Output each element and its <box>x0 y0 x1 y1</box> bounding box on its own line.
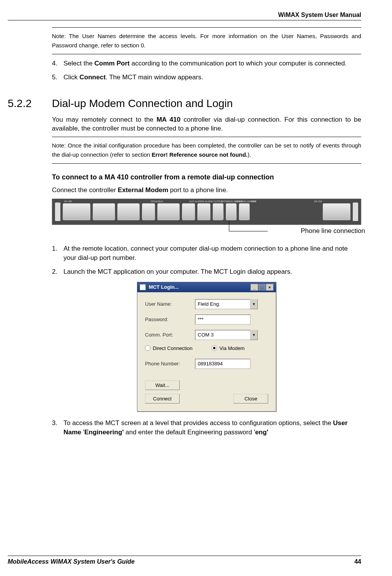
port-conn-3 <box>157 203 180 220</box>
dialog-title: MCT Login... <box>149 284 179 290</box>
remote-step-2-text: Launch the MCT application on your compu… <box>63 267 361 276</box>
step-5: 5. Click Connect. The MCT main window ap… <box>52 73 361 82</box>
remote-step-3-num: 3. <box>52 419 63 437</box>
remote-step-3: 3. To access the MCT screen at a level t… <box>52 419 361 437</box>
user-name-row: User Name: Field Eng. ▼ <box>145 299 268 309</box>
remote-step-1-num: 1. <box>52 244 63 263</box>
minimize-button[interactable]: _ <box>250 284 258 291</box>
section-heading: 5.2.2 Dial-up Modem Connection and Login <box>8 97 361 110</box>
remote-step-3-text: To access the MCT screen at a level that… <box>63 419 361 437</box>
step-5-num: 5. <box>52 73 63 82</box>
section-title: Dial-up Modem Connection and Login <box>52 97 233 110</box>
note-2-post: ). <box>248 151 251 158</box>
page-number: 44 <box>354 558 361 565</box>
radio-modem-label: Via Modem <box>219 345 245 351</box>
remote-step-1-text: At the remote location, connect your com… <box>63 244 361 263</box>
port-alarm <box>197 203 210 220</box>
connection-radio-row: Direct Connection Via Modem <box>145 345 268 351</box>
wait-row: Wait... <box>145 380 268 390</box>
chevron-down-icon[interactable]: ▼ <box>250 330 258 340</box>
password-field[interactable]: *** <box>195 315 250 325</box>
device-panel: RS 485 FROM BUS AUX ALARMS ALARM OUTPUT … <box>52 199 361 225</box>
connect-line-bold: External Modem <box>118 186 168 194</box>
note-2-bold: Error! Reference source not found. <box>152 151 247 158</box>
footer-left: MobileAccess WiMAX System User's Guide <box>8 558 135 565</box>
password-label: Password: <box>145 316 195 322</box>
remote-step-2: 2. Launch the MCT application on your co… <box>52 267 361 276</box>
port-label-rs232: RS 232 <box>314 200 322 203</box>
port-from-bus <box>142 203 155 220</box>
comm-port-row: Comm. Port: COM 3 ▼ <box>145 330 268 340</box>
password-row: Password: *** <box>145 315 268 325</box>
step-4-post: according to the communication port to w… <box>130 60 347 67</box>
dialog-body: User Name: Field Eng. ▼ Password: *** Co… <box>137 292 276 411</box>
port-conn-1 <box>93 203 115 220</box>
phone-field[interactable]: 089183894 <box>195 359 250 369</box>
r3-mid2: and enter the default Engineering passwo… <box>124 429 255 436</box>
note-1: Note: The User Names determine the acces… <box>52 27 361 54</box>
content-block-1: Note: The User Names determine the acces… <box>52 27 361 82</box>
r3-pre: To access the MCT screen at a level that… <box>63 419 333 427</box>
port-label-from-bus: FROM BUS <box>151 200 163 203</box>
step-5-bold: Connect <box>80 74 106 81</box>
port-aux <box>182 203 195 220</box>
callout-label: Phone line connection <box>301 227 365 235</box>
para-1-pre: You may remotely connect to the <box>52 116 157 123</box>
page: WiMAX System User Manual Note: The User … <box>0 0 392 576</box>
phone-label: Phone Number: <box>145 361 195 367</box>
callout-line <box>229 220 268 231</box>
connect-line: Connect the controller External Modem po… <box>52 186 361 195</box>
r3-b3: eng' <box>255 429 268 436</box>
port-rs232 <box>323 203 350 220</box>
sub-heading: To connect to a MA 410 controller from a… <box>52 173 361 181</box>
step-4-pre: Select the <box>63 60 94 67</box>
port-pwr <box>239 203 250 220</box>
dialog-footer: Connect Close <box>145 394 268 405</box>
header-rule <box>8 20 361 20</box>
port-rs485 <box>63 203 90 220</box>
radio-modem-icon <box>212 345 217 351</box>
step-4-bold: Comm Port <box>94 60 130 67</box>
comm-port-label: Comm. Port: <box>145 332 195 338</box>
r3-b2: Engineering' <box>84 429 123 436</box>
mount-ear-right <box>353 203 358 221</box>
connect-line-post: port to a phone line. <box>168 186 228 194</box>
radio-modem[interactable]: Via Modem <box>212 345 245 351</box>
step-5-post: . The MCT main window appears. <box>106 74 204 81</box>
step-4: 4. Select the Comm Port according to the… <box>52 59 361 68</box>
mct-login-dialog: MCT Login... _ □ × User Name: Field Eng.… <box>137 282 276 412</box>
user-name-field[interactable]: Field Eng. <box>195 299 250 309</box>
content-block-2: You may remotely connect to the MA 410 c… <box>52 116 361 437</box>
maximize-button[interactable]: □ <box>258 284 266 291</box>
page-header-title: WiMAX System User Manual <box>8 12 361 18</box>
phone-row: Phone Number: 089183894 <box>145 359 268 369</box>
note-1-text: Note: The User Names determine the acces… <box>52 33 361 49</box>
close-button[interactable]: Close <box>234 394 268 404</box>
wait-button[interactable]: Wait... <box>145 380 180 390</box>
remote-step-2-num: 2. <box>52 267 63 276</box>
comm-port-field[interactable]: COM 3 <box>195 330 250 340</box>
port-int-modem <box>226 203 237 220</box>
radio-direct-label: Direct Connection <box>153 345 192 351</box>
radio-direct[interactable]: Direct Connection <box>145 345 192 351</box>
para-1: You may remotely connect to the MA 410 c… <box>52 116 361 133</box>
chevron-down-icon[interactable]: ▼ <box>250 299 258 309</box>
dialog-app-icon <box>140 284 146 290</box>
mount-ear-left <box>55 203 60 221</box>
page-footer: MobileAccess WiMAX System User's Guide 4… <box>8 556 361 565</box>
port-conn-2 <box>117 203 140 220</box>
device-figure: RS 485 FROM BUS AUX ALARMS ALARM OUTPUT … <box>52 199 361 225</box>
dialog-titlebar: MCT Login... _ □ × <box>137 282 276 292</box>
section-number: 5.2.2 <box>8 97 52 110</box>
port-label-rs485: RS 485 <box>64 200 72 203</box>
close-window-button[interactable]: × <box>266 284 274 291</box>
para-1-bold: MA 410 <box>157 116 180 123</box>
step-5-text: Click Connect. The MCT main window appea… <box>63 73 361 82</box>
connect-line-pre: Connect the controller <box>52 186 118 194</box>
user-name-label: User Name: <box>145 301 195 307</box>
port-label-pwr: PWR <box>251 200 256 203</box>
port-ext-modem <box>213 203 224 220</box>
step-4-num: 4. <box>52 59 63 68</box>
radio-direct-icon <box>145 345 150 351</box>
connect-button[interactable]: Connect <box>145 394 180 404</box>
